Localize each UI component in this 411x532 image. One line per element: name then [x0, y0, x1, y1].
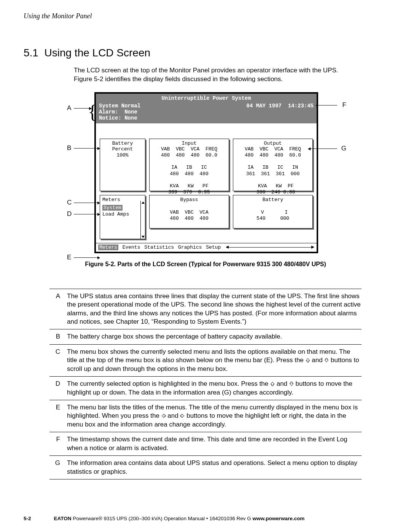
- scroll-indicator[interactable]: [140, 201, 145, 239]
- row-desc: The menu box shows the currently selecte…: [67, 348, 362, 373]
- table-row: G The information area contains data abo…: [49, 456, 362, 479]
- up-arrow-icon: [306, 356, 310, 361]
- row-desc: The information area contains data about…: [67, 459, 362, 476]
- row-label: G: [49, 459, 60, 476]
- page-footer: 5-2 EATON Powerware® 9315 UPS (200–300 k…: [24, 516, 387, 521]
- figure-wrap: A { B C D E F G Uninterruptible Power Sy…: [72, 92, 339, 268]
- bypass-panel-body: VAB VBC VCA 480 480 480: [152, 209, 226, 222]
- table-row: A The UPS status area contains three lin…: [49, 289, 362, 330]
- intro-text: The LCD screen at the top of the Monitor…: [74, 66, 344, 84]
- row-desc: The battery charge box shows the percent…: [67, 332, 362, 341]
- lcd-screen: Uninterruptible Power System System Norm…: [94, 92, 318, 253]
- table-row: B The battery charge box shows the perce…: [49, 329, 362, 344]
- footer-product: Powerware® 9315 UPS (200–300 kVA) Operat…: [72, 516, 253, 521]
- row-desc: The UPS status area contains three lines…: [67, 292, 362, 326]
- down-arrow-icon: [289, 380, 294, 385]
- battery-box: Battery Percent 100%: [100, 139, 145, 191]
- table-row: F The timestamp shows the current date a…: [49, 432, 362, 456]
- output-panel-title: Output: [236, 141, 310, 146]
- battery-panel-body: V I 540 000: [236, 209, 310, 222]
- row-label: F: [49, 435, 60, 452]
- bypass-panel: Bypass VAB VBC VCA 480 480 480: [149, 195, 229, 228]
- callout-D-label: D: [67, 210, 72, 218]
- figure-caption: Figure 5-2. Parts of the LCD Screen (Typ…: [72, 261, 339, 268]
- row-label: B: [49, 332, 60, 341]
- output-panel-body: VAB VBC VCA FREQ 480 480 480 60.0 IA IB …: [236, 146, 310, 196]
- bypass-panel-title: Bypass: [152, 197, 226, 203]
- output-panel: Output VAB VBC VCA FREQ 480 480 480 60.0…: [233, 139, 313, 191]
- menubar-item[interactable]: Statistics: [144, 244, 174, 250]
- table-row: C The menu box shows the currently selec…: [49, 345, 362, 377]
- row-label: D: [49, 380, 60, 397]
- menu-bar: Meters Events Statistics Graphics Setup: [96, 243, 317, 252]
- callout-E-label: E: [67, 254, 71, 261]
- menubar-arrows[interactable]: [226, 245, 314, 249]
- timestamp: 04 MAY 1997 14:23:45: [247, 103, 314, 121]
- row-label: A: [49, 292, 60, 326]
- menubar-item[interactable]: Events: [123, 244, 140, 250]
- row-label: E: [49, 403, 60, 429]
- callout-C-label: C: [67, 199, 72, 206]
- row-desc: The currently selected option is highlig…: [67, 380, 362, 397]
- menu-selected-option[interactable]: System: [102, 205, 123, 211]
- left-arrow-icon: [161, 412, 166, 417]
- menubar-selected[interactable]: Meters: [98, 244, 118, 250]
- running-head: Using the Monitor Panel: [24, 12, 387, 20]
- row-desc: The menu bar lists the titles of the men…: [67, 403, 362, 429]
- input-panel: Input VAB VBC VCA FREQ 480 480 480 60.0 …: [149, 139, 229, 191]
- menu-option[interactable]: Load Amps: [102, 211, 143, 217]
- menu-box: Meters System Load Amps: [100, 195, 145, 239]
- menubar-item[interactable]: Graphics: [178, 244, 202, 250]
- up-arrow-icon: [270, 380, 275, 385]
- menubar-item[interactable]: Setup: [206, 244, 221, 250]
- battery-panel-title: Battery: [236, 197, 310, 203]
- callout-B-label: B: [67, 144, 71, 152]
- section-title: 5.1 Using the LCD Screen: [24, 47, 387, 59]
- status-lines: System Normal Alarm: None Notice: None: [99, 103, 140, 121]
- lcd-header: Uninterruptible Power System System Norm…: [96, 94, 317, 123]
- right-arrow-icon: [180, 412, 185, 417]
- down-arrow-icon: [324, 356, 329, 361]
- input-panel-title: Input: [152, 141, 226, 146]
- battery-panel: Battery V I 540 000: [233, 195, 313, 228]
- input-panel-body: VAB VBC VCA FREQ 480 480 480 60.0 IA IB …: [152, 146, 226, 196]
- footer-url: www.powerware.com: [252, 516, 304, 521]
- table-row: E The menu bar lists the titles of the m…: [49, 400, 362, 432]
- footer-brand: EATON: [54, 516, 72, 521]
- row-label: C: [49, 348, 60, 373]
- callout-G-label: G: [341, 145, 346, 152]
- page-number: 5-2: [24, 516, 31, 521]
- callout-table: A The UPS status area contains three lin…: [49, 289, 362, 479]
- callout-A-label: A: [67, 104, 71, 112]
- section-heading-text: Using the LCD Screen: [45, 47, 151, 59]
- lcd-title: Uninterruptible Power System: [99, 95, 314, 101]
- row-desc: The timestamp shows the current date and…: [67, 435, 362, 452]
- table-row: D The currently selected option is highl…: [49, 377, 362, 400]
- menu-box-title: Meters: [102, 197, 143, 203]
- callout-F-label: F: [342, 101, 346, 109]
- section-number: 5.1: [24, 47, 38, 59]
